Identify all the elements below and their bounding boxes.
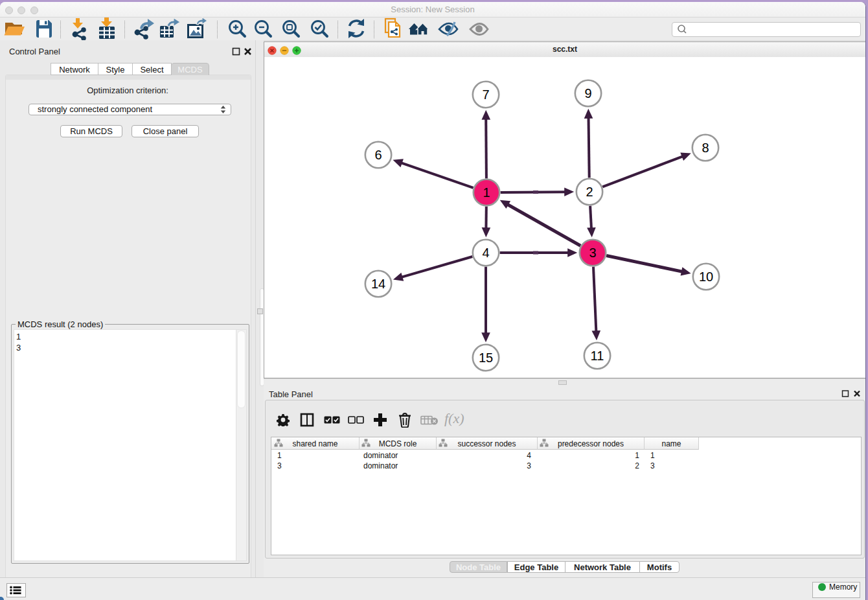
svg-text:7: 7 [482,87,489,102]
svg-text:14: 14 [371,277,385,291]
svg-text:6: 6 [374,148,382,162]
svg-text:3: 3 [589,246,596,260]
svg-text:1: 1 [483,185,490,200]
svg-text:9: 9 [584,86,591,100]
svg-text:10: 10 [699,270,713,284]
svg-text:2: 2 [586,185,593,199]
svg-text:15: 15 [479,351,493,365]
svg-text:11: 11 [591,349,604,363]
svg-text:8: 8 [702,141,709,155]
svg-text:4: 4 [482,246,489,260]
